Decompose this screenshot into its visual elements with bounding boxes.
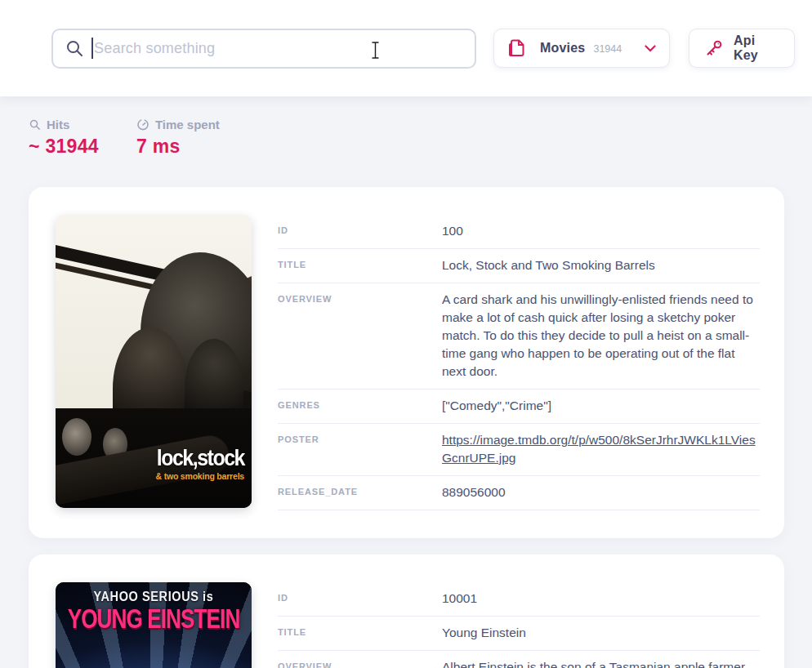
field-label: ID — [278, 590, 442, 608]
field-value: 100 — [442, 222, 760, 240]
field-value: Lock, Stock and Two Smoking Barrels — [442, 256, 760, 274]
document-fields: ID 10001 TITLE Young Einstein OVERVIEW A… — [278, 582, 760, 668]
field-row-title: TITLE Young Einstein — [278, 617, 760, 651]
hits-stat: Hits ~ 31944 — [29, 118, 99, 158]
field-label: OVERVIEW — [278, 658, 442, 668]
hits-value: ~ 31944 — [29, 136, 99, 158]
field-label: RELEASE_DATE — [278, 483, 442, 501]
document-fields: ID 100 TITLE Lock, Stock and Two Smoking… — [278, 215, 760, 510]
search-icon — [65, 38, 84, 58]
ibeam-cursor-icon — [370, 41, 381, 60]
field-row-overview: OVERVIEW Albert Einstein is the son of a… — [278, 651, 760, 668]
search-bar[interactable] — [51, 29, 476, 69]
field-label: POSTER — [278, 431, 442, 467]
field-label: TITLE — [278, 624, 442, 642]
poster-title-text: YOUNG EINSTEIN — [65, 604, 242, 635]
documents-icon — [506, 38, 527, 59]
api-key-button[interactable]: Api Key — [689, 29, 795, 68]
text-caret — [91, 38, 93, 59]
field-row-title: TITLE Lock, Stock and Two Smoking Barrel… — [278, 249, 760, 283]
field-row-id: ID 100 — [278, 215, 760, 249]
time-spent-label: Time spent — [155, 118, 220, 131]
field-label: ID — [278, 222, 442, 240]
index-name: Movies — [540, 41, 585, 56]
field-label: TITLE — [278, 256, 442, 274]
field-label: OVERVIEW — [278, 291, 442, 381]
movie-poster-lock-stock: lock,stock & two smoking barrels — [56, 215, 252, 508]
index-doc-count: 31944 — [593, 43, 622, 55]
result-card-lock-stock: lock,stock & two smoking barrels ID 100 … — [29, 187, 784, 538]
field-value: 10001 — [442, 590, 760, 608]
field-value: 889056000 — [442, 483, 760, 501]
api-key-label: Api Key — [734, 33, 779, 63]
header: Movies 31944 Api Key — [0, 0, 812, 96]
field-row-overview: OVERVIEW A card shark and his unwillingl… — [278, 283, 760, 390]
field-row-release-date: RELEASE_DATE 889056000 — [278, 476, 760, 510]
field-value: Albert Einstein is the son of a Tasmania… — [442, 658, 760, 668]
field-label: GENRES — [278, 397, 442, 415]
results-list: lock,stock & two smoking barrels ID 100 … — [0, 187, 812, 668]
stopwatch-icon — [136, 118, 149, 131]
search-input[interactable] — [94, 40, 463, 57]
result-card-young-einstein: YAHOO SERIOUS is YOUNG EINSTEIN ID 10001… — [29, 554, 784, 668]
field-row-id: ID 10001 — [278, 582, 760, 617]
poster-subtitle-text: & two smoking barrels — [156, 471, 244, 481]
hits-search-icon — [29, 118, 41, 131]
hits-label: Hits — [47, 118, 69, 131]
field-value: A card shark and his unwillingly-enliste… — [442, 291, 760, 381]
field-value: ["Comedy","Crime"] — [442, 397, 760, 415]
field-row-genres: GENRES ["Comedy","Crime"] — [278, 390, 760, 424]
key-icon — [704, 38, 724, 58]
field-value: Young Einstein — [442, 624, 760, 642]
time-spent-stat: Time spent 7 ms — [136, 118, 220, 158]
poster-url-link[interactable]: https://image.tmdb.org/t/p/w500/8kSerJrh… — [442, 433, 756, 465]
chevron-down-icon — [645, 45, 656, 52]
time-spent-value: 7 ms — [136, 136, 220, 158]
poster-title-text: lock,stock — [157, 445, 244, 470]
movie-poster-young-einstein: YAHOO SERIOUS is YOUNG EINSTEIN — [56, 582, 252, 668]
poster-top-text: YAHOO SERIOUS is — [56, 589, 252, 603]
stats-bar: Hits ~ 31944 Time spent 7 ms — [0, 96, 812, 158]
index-selector[interactable]: Movies 31944 — [493, 29, 670, 68]
field-row-poster: POSTER https://image.tmdb.org/t/p/w500/8… — [278, 424, 760, 476]
